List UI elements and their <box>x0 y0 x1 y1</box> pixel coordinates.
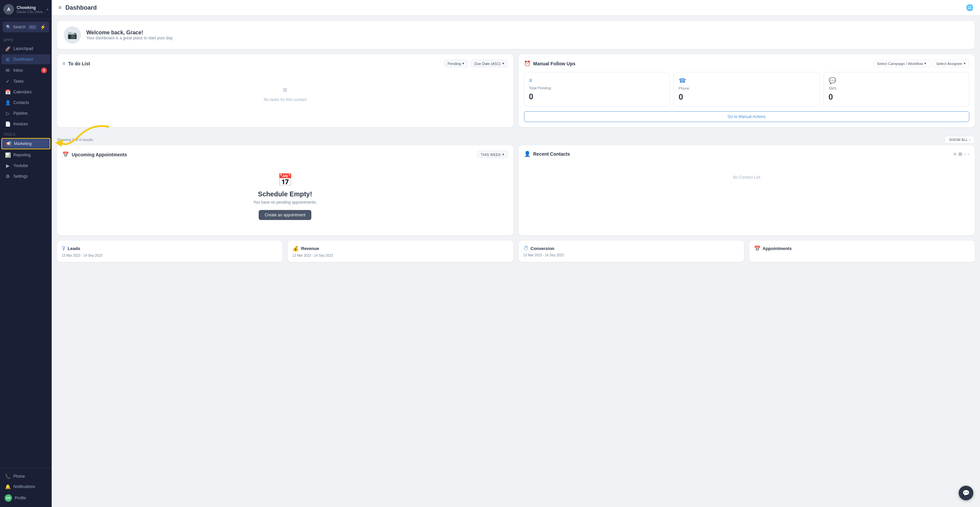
inbox-icon: ✉ <box>5 68 11 73</box>
workspace-selector[interactable]: A Chowking Davao City, Davao Re... ▾ <box>0 0 52 19</box>
next-contacts-icon[interactable]: › <box>968 151 969 157</box>
revenue-header: 💰 Revenue <box>292 245 508 252</box>
globe-icon[interactable]: 🌐 <box>966 4 973 11</box>
sidebar-item-notifications[interactable]: 🔔 Notifications <box>2 482 50 492</box>
chevron-down-icon: ▾ <box>47 8 48 11</box>
showing-results-text: Showing 0 of 0 results <box>57 138 93 141</box>
sidebar-item-label-inbox: Inbox <box>13 68 23 73</box>
sidebar-item-contacts[interactable]: 👤 Contacts <box>2 98 50 108</box>
sms-stat: 💬 SMS 0 <box>824 72 970 106</box>
sidebar-item-youtube[interactable]: ▶ Youtube <box>2 161 50 171</box>
lightning-icon[interactable]: ⚡ <box>40 24 46 30</box>
due-date-filter-btn[interactable]: Due Date (ASC) ▾ <box>471 60 508 67</box>
workspace-subtitle: Davao City, Davao Re... <box>17 10 47 14</box>
week-chevron-icon: ▾ <box>502 153 504 157</box>
upcoming-appointments-card: 📅 Upcoming Appointments THIS WEEK ▾ 📅 Sc… <box>57 145 513 235</box>
revenue-title: Revenue <box>301 246 319 251</box>
sidebar-item-dashboard[interactable]: ⊞ Dashboard <box>2 54 50 64</box>
sidebar-item-label-youtube: Youtube <box>13 163 28 168</box>
sidebar-item-label-profile: Profile <box>15 496 26 500</box>
conversion-icon: ⏱ <box>523 245 529 251</box>
phone-stat: ☎ Phone 0 <box>674 72 820 106</box>
sidebar-item-marketing[interactable]: 📢 Marketing <box>2 138 50 149</box>
this-week-label: THIS WEEK <box>480 153 501 157</box>
search-bar[interactable]: 🔍 Search ⌘K ⚡ <box>3 22 49 32</box>
total-pending-value: 0 <box>529 92 665 101</box>
pending-label: Pending <box>448 62 461 66</box>
chevron-icon-2: ▾ <box>502 61 504 66</box>
sidebar-item-tasks[interactable]: ✓ Tasks <box>2 76 50 86</box>
leads-title: Leads <box>68 246 80 251</box>
sidebar-item-calendars[interactable]: 📅 Calendars <box>2 87 50 97</box>
select-assignee-btn[interactable]: Select Assignee ▾ <box>933 60 969 67</box>
sidebar-item-pipeline[interactable]: ▷ Pipeline <box>2 108 50 118</box>
welcome-avatar: 📷 <box>64 26 81 44</box>
appointments-bottom-title: Appointments <box>763 246 792 251</box>
reporting-icon: 📊 <box>5 153 11 158</box>
profile-avatar: GP <box>5 494 12 502</box>
dashboard-icon: ⊞ <box>5 57 11 62</box>
prev-contacts-icon[interactable]: ‹ <box>964 151 966 157</box>
sidebar-item-inbox[interactable]: ✉ Inbox 9 <box>2 65 50 76</box>
phone-stat-icon: ☎ <box>679 77 815 84</box>
chat-bubble[interactable]: 💬 <box>959 486 973 500</box>
contacts-view-actions: ≡ ⊞ ‹ › <box>953 151 969 157</box>
leads-header: ⊽ Leads <box>62 245 278 252</box>
leads-card: ⊽ Leads 13 Mar 2023 - 14 Sep 2023 <box>57 241 282 262</box>
pending-filter-btn[interactable]: Pending ▾ <box>444 60 468 67</box>
top-grid: ≡ To do List Pending ▾ Due Date (ASC) ▾ <box>57 54 975 127</box>
sidebar-item-label-dashboard: Dashboard <box>13 57 33 62</box>
go-to-manual-actions-btn[interactable]: Go to Manual Actions <box>524 111 970 122</box>
chevron-icon: ▾ <box>462 61 465 66</box>
todo-card: ≡ To do List Pending ▾ Due Date (ASC) ▾ <box>57 54 513 127</box>
due-date-label: Due Date (ASC) <box>474 62 501 66</box>
todo-actions: Pending ▾ Due Date (ASC) ▾ <box>444 60 508 67</box>
show-all-row: Showing 0 of 0 results SHOW ALL › <box>57 133 975 145</box>
assignee-chevron-icon: ▾ <box>964 61 966 66</box>
grid-view-icon[interactable]: ⊞ <box>958 151 963 157</box>
sidebar-item-invoices[interactable]: 📄 Invoices <box>2 119 50 129</box>
hamburger-icon[interactable]: ≡ <box>58 5 61 11</box>
bottom-cards-grid: ⊽ Leads 13 Mar 2023 - 14 Sep 2023 💰 Reve… <box>57 241 975 262</box>
todo-card-header: ≡ To do List Pending ▾ Due Date (ASC) ▾ <box>62 60 508 67</box>
sidebar-item-label-tasks: Tasks <box>13 79 24 84</box>
follow-up-stats: ≡ Total Pending 0 ☎ Phone 0 💬 SMS 0 <box>524 72 970 106</box>
contacts-empty-state: No Contact List <box>524 162 970 193</box>
notifications-icon: 🔔 <box>5 484 11 490</box>
sidebar-item-phone[interactable]: 📞 Phone <box>2 471 50 482</box>
show-all-btn[interactable]: SHOW ALL › <box>945 136 975 143</box>
leads-date: 13 Mar 2023 - 14 Sep 2023 <box>62 254 278 257</box>
todo-title: To do List <box>68 61 90 66</box>
show-all-arrow-icon: › <box>969 138 970 141</box>
sms-stat-label: SMS <box>829 86 965 91</box>
schedule-empty-sub: You have no pending appointments. <box>253 200 317 205</box>
appointments-title: Upcoming Appointments <box>72 152 127 157</box>
create-appointment-btn[interactable]: Create an appointment <box>259 210 311 220</box>
sidebar-item-settings[interactable]: ⚙ Settings <box>2 171 50 181</box>
sidebar-item-profile[interactable]: GP Profile <box>2 492 50 504</box>
apps-section-label: Apps <box>0 35 52 43</box>
sidebar-item-label-pipeline: Pipeline <box>13 111 28 116</box>
empty-todo-icon: ≡ <box>283 85 287 95</box>
list-view-icon[interactable]: ≡ <box>953 151 956 157</box>
select-campaign-label: Select Campaign / Workflow <box>877 62 923 66</box>
top-header: ≡ Dashboard 🌐 <box>52 0 980 16</box>
sidebar-item-launchpad[interactable]: 🚀 Launchpad <box>2 44 50 54</box>
phone-stat-value: 0 <box>679 92 815 102</box>
sms-stat-value: 0 <box>829 92 965 102</box>
welcome-banner: 📷 Welcome back, Grace! Your dashboard is… <box>57 21 975 49</box>
select-assignee-label: Select Assignee <box>936 62 963 66</box>
sidebar-item-reporting[interactable]: 📊 Reporting <box>2 150 50 160</box>
pipeline-icon: ▷ <box>5 111 11 116</box>
this-week-filter-btn[interactable]: THIS WEEK ▾ <box>477 151 508 158</box>
search-shortcut: ⌘K <box>28 25 37 29</box>
campaign-chevron-icon: ▾ <box>924 61 926 66</box>
recent-contacts-header: 👤 Recent Contacts ≡ ⊞ ‹ › <box>524 151 970 157</box>
sms-stat-icon: 💬 <box>829 77 965 84</box>
select-campaign-btn[interactable]: Select Campaign / Workflow ▾ <box>873 60 930 67</box>
todo-icon: ≡ <box>62 61 65 67</box>
welcome-subtitle: Your dashboard is a great place to start… <box>86 36 173 40</box>
appointments-bottom-header: 📅 Appointments <box>754 245 970 252</box>
inbox-badge: 9 <box>41 67 47 73</box>
sidebar-item-label-calendars: Calendars <box>13 90 32 94</box>
